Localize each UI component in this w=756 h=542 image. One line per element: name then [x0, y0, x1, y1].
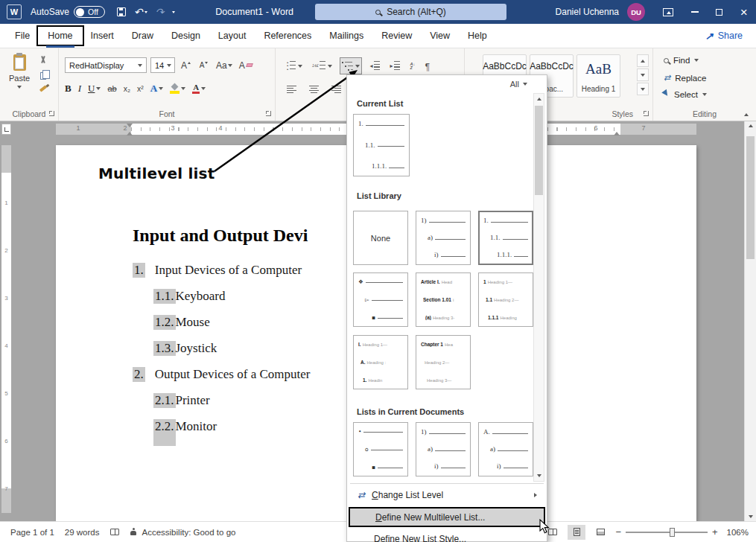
style-heading1-card[interactable]: AaB Heading 1: [576, 54, 620, 98]
text-effects-button[interactable]: A: [150, 83, 163, 95]
zoom-slider[interactable]: [626, 532, 708, 533]
strikethrough-button[interactable]: ab: [107, 84, 116, 93]
increase-indent-button[interactable]: ▸: [387, 57, 402, 74]
ruler-number: 1: [76, 124, 80, 132]
define-new-list-style-item[interactable]: Define New List Style...: [349, 530, 545, 542]
print-layout-icon: [574, 528, 580, 536]
styles-scroll-down-button[interactable]: [637, 68, 649, 81]
tab-mailings[interactable]: Mailings: [320, 24, 372, 48]
accessibility-status[interactable]: Accessibility: Good to go: [130, 528, 236, 537]
maximize-button[interactable]: [707, 0, 731, 24]
list-style-none[interactable]: None: [353, 211, 408, 265]
styles-dialog-launcher-icon[interactable]: [644, 111, 649, 116]
tab-insert[interactable]: Insert: [82, 24, 123, 48]
tab-design[interactable]: Design: [162, 24, 209, 48]
list-style-decimal-headings[interactable]: 1Heading 1— 1.1Heading 2— 1.1.1Heading: [478, 272, 533, 327]
clipboard-dialog-launcher-icon[interactable]: [49, 111, 54, 116]
sort-button[interactable]: [407, 57, 417, 74]
share-button[interactable]: Share: [705, 24, 743, 48]
show-formatting-marks-button[interactable]: [422, 57, 431, 74]
superscript-button[interactable]: x²: [137, 84, 144, 93]
right-indent-marker[interactable]: [614, 129, 620, 136]
scroll-down-icon[interactable]: [745, 515, 756, 518]
copy-icon[interactable]: [40, 72, 46, 80]
list-style-number-paren[interactable]: 1) a) i): [416, 211, 471, 265]
zoom-out-button[interactable]: −: [615, 526, 621, 538]
text-highlight-button[interactable]: [170, 83, 185, 94]
collapse-ribbon-icon[interactable]: [744, 113, 749, 116]
doc-list-style-bullets[interactable]: • o ▪: [353, 422, 408, 476]
replace-button[interactable]: Replace: [664, 73, 706, 83]
list-style-chapter-headings[interactable]: Chapter 1Hea Heading 2— Heading 3—: [416, 335, 471, 389]
subscript-button[interactable]: x₂: [124, 84, 130, 93]
list-filter-dropdown[interactable]: All: [510, 80, 527, 89]
close-button[interactable]: [731, 0, 756, 24]
underline-button[interactable]: U: [88, 83, 101, 95]
proofing-button[interactable]: [110, 529, 119, 535]
scroll-up-button[interactable]: [534, 94, 544, 104]
document-title: Document1 - Word: [215, 7, 293, 17]
ruler-number: 3: [171, 124, 174, 132]
font-size-combobox[interactable]: 14: [150, 57, 175, 73]
tab-file[interactable]: File: [6, 24, 39, 48]
tab-review[interactable]: Review: [372, 24, 421, 48]
list-style-bullets[interactable]: ❖ ▻ ▪: [353, 272, 408, 327]
change-list-level-item[interactable]: Change List Level: [349, 486, 545, 504]
list-style-article-section[interactable]: Article I.Head Section 1.01i (a)Heading …: [416, 272, 471, 327]
tab-help[interactable]: Help: [459, 24, 496, 48]
save-icon[interactable]: [117, 7, 126, 16]
minimize-button[interactable]: [682, 0, 707, 24]
user-name[interactable]: Daniel Uchenna: [556, 7, 619, 17]
ribbon-display-options-icon[interactable]: [663, 8, 673, 16]
customize-qat-icon[interactable]: [172, 11, 175, 13]
page-indicator[interactable]: Page 1 of 1: [10, 528, 54, 537]
styles-scroll-up-button[interactable]: [637, 54, 649, 67]
avatar[interactable]: DU: [627, 3, 645, 21]
define-new-multilevel-list-item[interactable]: Define New Multilevel List...: [349, 507, 545, 527]
styles-gallery-expand-button[interactable]: [637, 83, 649, 95]
accessibility-icon: [130, 528, 138, 536]
font-name-combobox[interactable]: RedHatDisplay: [65, 57, 147, 73]
list-style-decimal-selected[interactable]: 1. 1.1. 1.1.1.: [478, 211, 533, 265]
tab-selector-icon[interactable]: [1, 124, 11, 135]
hanging-indent-marker[interactable]: [127, 129, 133, 136]
find-button[interactable]: Find: [664, 56, 699, 65]
current-list-preview[interactable]: 1. 1.1. 1.1.1.: [353, 114, 410, 176]
undo-button[interactable]: [134, 6, 147, 18]
autosave-control[interactable]: AutoSave Off: [31, 6, 105, 18]
bold-button[interactable]: B: [65, 83, 72, 95]
decrease-indent-button[interactable]: ◂: [367, 57, 382, 74]
cut-icon[interactable]: [39, 56, 47, 65]
scroll-down-button[interactable]: [534, 471, 544, 481]
tab-layout[interactable]: Layout: [209, 24, 255, 48]
format-painter-icon[interactable]: [39, 85, 46, 92]
select-button[interactable]: Select: [664, 90, 707, 99]
web-layout-button[interactable]: [591, 525, 609, 540]
autosave-toggle[interactable]: Off: [74, 6, 105, 18]
italic-button[interactable]: I: [78, 83, 81, 95]
zoom-in-button[interactable]: +: [712, 526, 718, 538]
word-count[interactable]: 29 words: [65, 528, 100, 537]
zoom-level[interactable]: 106%: [727, 528, 749, 537]
document-scrollbar[interactable]: [744, 121, 756, 521]
tab-references[interactable]: References: [255, 24, 320, 48]
print-layout-button[interactable]: [568, 525, 585, 540]
doc-list-style-number-paren[interactable]: 1) a) i): [416, 422, 471, 476]
tab-view[interactable]: View: [421, 24, 459, 48]
grow-font-button[interactable]: A: [179, 57, 193, 73]
list-style-roman-headings[interactable]: I.Heading 1— A.Heading : 1.Headin: [353, 335, 408, 389]
paste-button[interactable]: Paste: [4, 54, 34, 89]
redo-icon[interactable]: [156, 6, 165, 18]
tab-home[interactable]: Home: [39, 24, 81, 48]
menu-scrollbar[interactable]: [533, 93, 544, 482]
scroll-up-icon[interactable]: [745, 124, 756, 127]
list-item: 2.Output Devices of a Computer: [133, 361, 310, 387]
zoom-slider-thumb[interactable]: [670, 528, 675, 537]
search-input[interactable]: Search (Alt+Q): [315, 4, 506, 20]
annotation-box-home-tab: [36, 25, 83, 46]
scrollbar-thumb[interactable]: [746, 136, 755, 259]
scrollbar-thumb[interactable]: [535, 106, 543, 195]
font-color-button[interactable]: A: [192, 83, 206, 95]
doc-list-style-alpha[interactable]: A. a) i): [478, 422, 533, 476]
tab-draw[interactable]: Draw: [123, 24, 162, 48]
